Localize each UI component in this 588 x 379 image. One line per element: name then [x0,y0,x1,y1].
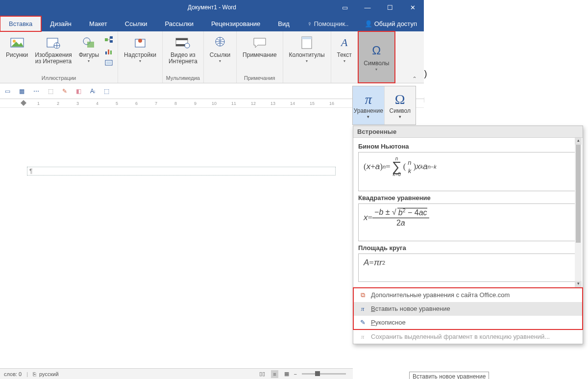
symbol-button[interactable]: Ω Символ ▾ [385,86,416,125]
ink-equation[interactable]: ✎ Рукописное [353,316,583,329]
equation-button[interactable]: π Уравнение ▾ [353,86,385,125]
omega-icon: Ω [395,92,405,107]
qat-item[interactable]: ▦ [19,88,24,95]
gallery-item-quadratic[interactable]: Квадратное уравнение x = −b ± √b2 − 4ac … [358,194,578,241]
equation-preview: A = πr2 [358,253,578,282]
group-symbols: Ω Символы ▾ [358,31,395,83]
symbols-label: Символы [364,60,389,67]
insert-equation-label: Вставить новое уравнение [371,305,450,312]
screenshot-button[interactable] [104,59,114,68]
equation-placeholder[interactable]: ¶ [27,167,336,176]
svg-rect-11 [110,51,112,54]
save-to-gallery-label: Сохранить выделенный фрагмент в коллекци… [371,333,550,340]
text-button[interactable]: A Текст ▾ [334,33,355,65]
more-equations-office-com[interactable]: ⧉ Дополнительные уравнения c сайта Offic… [353,288,583,302]
comment-button[interactable]: Примечание [240,33,279,59]
text-label: Текст [337,52,352,58]
gallery-header: Встроенные [353,126,583,138]
window-title: Документ1 - Word [188,4,236,11]
headerfooter-label: Колонтитулы [289,52,325,58]
gallery-item-title: Бином Ньютона [358,143,578,150]
collapse-ribbon-icon[interactable]: ⌃ [412,76,417,82]
svg-text:6: 6 [135,101,138,106]
ribbon-display-options[interactable]: ▭ [334,0,356,15]
close-button[interactable]: ✕ [401,0,424,15]
language-status[interactable]: русский [39,371,58,377]
tab-insert[interactable]: Вставка [0,16,41,31]
qat-item[interactable]: ⬚ [48,88,53,95]
tab-references[interactable]: Ссылки [116,16,156,31]
equation-gallery: Встроенные Бином Ньютона (x + a)n = n∑k=… [353,126,583,344]
pi-icon: π [365,92,372,107]
svg-text:12: 12 [251,101,256,106]
scroll-thumb[interactable] [576,145,581,243]
pictures-label: Рисунки [6,52,28,58]
online-pictures-button[interactable]: Изображения из Интернета [32,33,74,66]
equation-preview: (x + a)n = n∑k=0 (nk) xkan−k [358,152,578,191]
group-media: Видео из Интернета Мультимедиа [163,31,204,83]
links-button[interactable]: Ссылки ▾ [207,33,233,65]
gallery-item-binomial[interactable]: Бином Ньютона (x + a)n = n∑k=0 (nk) xkan… [358,143,578,191]
svg-rect-6 [105,38,108,41]
shapes-icon [82,34,95,51]
pi-icon: π [358,305,367,313]
shapes-button[interactable]: Фигуры ▾ [76,33,102,65]
insert-new-equation[interactable]: π Вставить новое уравнение [353,302,583,316]
tab-layout[interactable]: Макет [80,16,116,31]
chart-button[interactable] [104,47,114,56]
symbols-button[interactable]: Ω Символы ▾ [358,31,395,83]
tab-review[interactable]: Рецензирование [202,16,269,31]
smartart-button[interactable] [104,35,114,44]
zoom-slider[interactable] [302,373,346,375]
svg-text:13: 13 [270,101,275,106]
language-icon: ⎘ [33,371,36,377]
gallery-scrollbar[interactable]: ▴ ▾ [575,138,582,288]
word-count[interactable]: слов: 0 [4,371,22,377]
svg-text:4: 4 [96,101,98,106]
gallery-item-circle-area[interactable]: Площадь круга A = πr2 [358,244,578,282]
comment-icon [253,34,267,51]
links-label: Ссылки [210,52,230,58]
share-icon: 👤 [365,20,372,27]
web-layout-button[interactable]: ▦ [284,371,289,377]
tab-mailings[interactable]: Рассылки [156,16,202,31]
group-illustrations: Рисунки Изображения из Интернета Фигуры … [0,31,118,83]
print-layout-button[interactable]: ≡ [271,370,278,378]
scroll-down-button[interactable]: ▾ [575,281,582,288]
tab-tellme[interactable]: ♀ Помощник.. [298,16,358,31]
tab-view[interactable]: Вид [269,16,298,31]
group-comments: Примечание Примечания [237,31,283,83]
chevron-down-icon: ▾ [88,59,90,64]
qat-item[interactable]: Aᵢ [90,88,95,95]
ribbon: Рисунки Изображения из Интернета Фигуры … [0,31,424,83]
minimize-button[interactable]: — [356,0,379,15]
share-button[interactable]: 👤 Общий доступ [358,16,424,31]
svg-rect-9 [105,51,107,54]
scroll-up-button[interactable]: ▴ [575,138,582,145]
shapes-label: Фигуры [79,52,99,58]
svg-text:3: 3 [76,101,79,106]
qat-item[interactable]: ⬚ [104,88,109,95]
maximize-button[interactable]: ☐ [379,0,401,15]
tab-design[interactable]: Дизайн [41,16,80,31]
zoom-out-button[interactable]: − [294,371,297,377]
qat-item[interactable]: ⋯ [33,88,39,95]
svg-rect-5 [87,42,94,48]
chevron-down-icon: ▾ [343,59,345,64]
group-comments-label: Примечания [244,74,275,83]
online-video-button[interactable]: Видео из Интернета [166,33,200,66]
zoom-slider-thumb[interactable] [315,371,320,376]
gallery-footer: ⧉ Дополнительные уравнения c сайта Offic… [353,288,583,329]
svg-text:8: 8 [174,101,177,106]
illustrations-side [103,33,115,70]
read-mode-button[interactable]: ▯▯ [259,371,265,377]
qat-item[interactable]: ▭ [5,88,10,95]
save-to-gallery: π Сохранить выделенный фрагмент в коллек… [353,329,583,344]
pictures-button[interactable]: Рисунки [3,33,31,59]
headerfooter-icon [301,34,312,51]
link-icon [214,34,226,51]
addins-button[interactable]: Надстройки ▾ [121,33,159,65]
headerfooter-button[interactable]: Колонтитулы ▾ [286,33,328,65]
qat-highlight-icon[interactable]: ✎ [62,88,67,95]
qat-eraser-icon[interactable]: ◧ [76,88,81,95]
